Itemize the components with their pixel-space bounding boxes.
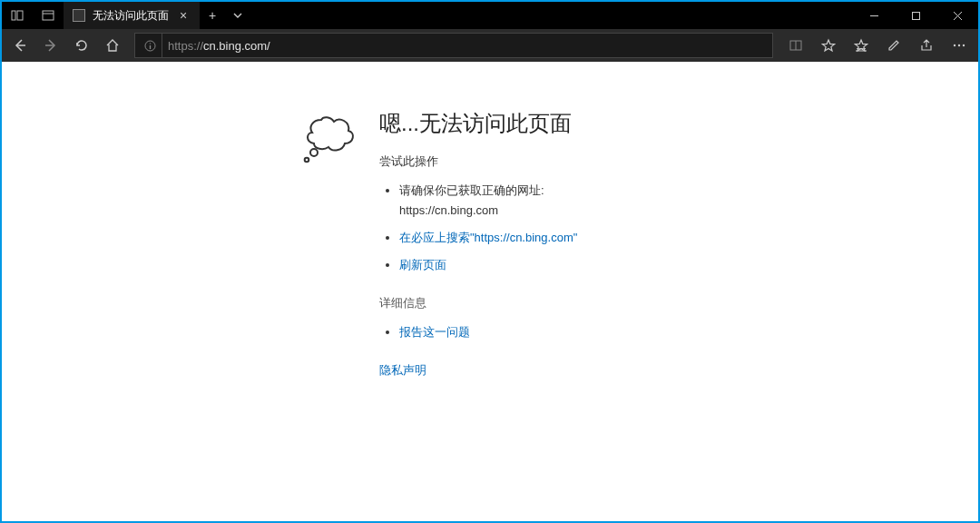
tabs-list-icon[interactable] <box>33 2 64 29</box>
tabs-aside-icon[interactable] <box>2 2 33 29</box>
error-heading: 嗯...无法访问此页面 <box>379 105 577 143</box>
error-text: 嗯...无法访问此页面 尝试此操作 请确保你已获取正确的网址: https://… <box>379 105 577 381</box>
notes-icon[interactable] <box>878 31 909 60</box>
reading-view-icon[interactable] <box>780 31 811 60</box>
svg-point-17 <box>954 44 956 46</box>
site-info-icon[interactable] <box>139 34 162 57</box>
svg-point-20 <box>310 149 318 156</box>
back-button[interactable] <box>5 31 34 60</box>
refresh-page-link[interactable]: 刷新页面 <box>399 258 446 271</box>
refresh-button[interactable] <box>67 31 96 60</box>
svg-point-21 <box>305 158 309 163</box>
browser-tab[interactable]: 无法访问此页面 × <box>64 2 200 29</box>
forward-button[interactable] <box>36 31 65 60</box>
search-bing-link[interactable]: 在必应上搜索"https://cn.bing.com" <box>399 231 577 244</box>
svg-rect-1 <box>17 11 23 20</box>
window-controls <box>853 2 978 29</box>
url-text: https://cn.bing.com/ <box>168 39 769 53</box>
error-block: 嗯...无法访问此页面 尝试此操作 请确保你已获取正确的网址: https://… <box>301 105 577 381</box>
page-icon <box>73 9 85 22</box>
share-icon[interactable] <box>911 31 942 60</box>
titlebar: 无法访问此页面 × + <box>2 2 978 29</box>
titlebar-left: 无法访问此页面 × + <box>2 2 250 29</box>
svg-point-19 <box>963 44 965 46</box>
more-icon[interactable] <box>944 31 975 60</box>
maximize-button[interactable] <box>895 2 936 29</box>
minimize-button[interactable] <box>853 2 895 29</box>
tab-title: 无法访问此页面 <box>93 8 169 24</box>
favorites-hub-icon[interactable] <box>846 31 877 60</box>
svg-rect-5 <box>912 12 919 19</box>
try-this-label: 尝试此操作 <box>379 152 577 172</box>
page-content: 嗯...无法访问此页面 尝试此操作 请确保你已获取正确的网址: https://… <box>2 62 978 521</box>
details-label: 详细信息 <box>379 293 577 313</box>
browser-window: 无法访问此页面 × + <box>2 2 978 521</box>
navigation-toolbar: https://cn.bing.com/ <box>2 29 978 62</box>
privacy-statement-link[interactable]: 隐私声明 <box>379 360 426 380</box>
new-tab-button[interactable]: + <box>200 2 225 29</box>
favorite-star-icon[interactable] <box>813 31 844 60</box>
tab-chevron-down-icon[interactable] <box>225 2 250 29</box>
address-bar[interactable]: https://cn.bing.com/ <box>134 33 773 58</box>
close-tab-icon[interactable]: × <box>176 8 191 23</box>
home-button[interactable] <box>98 31 127 60</box>
svg-rect-0 <box>12 11 15 20</box>
ensure-url-item: 请确保你已获取正确的网址: https://cn.bing.com <box>399 181 577 221</box>
svg-point-18 <box>958 44 960 46</box>
svg-rect-2 <box>43 11 54 20</box>
close-window-button[interactable] <box>936 2 978 29</box>
thought-cloud-icon <box>301 111 361 381</box>
report-issue-link[interactable]: 报告这一问题 <box>399 325 470 339</box>
